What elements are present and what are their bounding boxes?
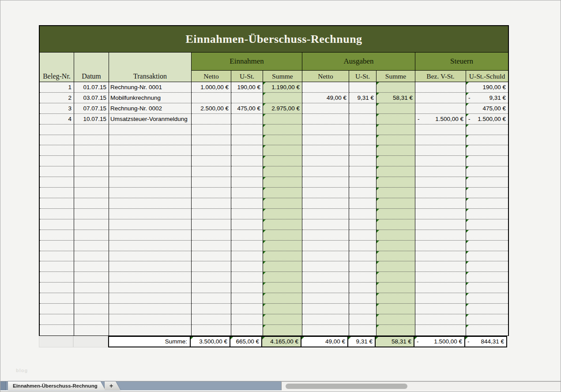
cell-datum[interactable]: 03.07.15	[74, 93, 109, 103]
cell-e_ust[interactable]	[231, 251, 263, 262]
cell-datum[interactable]	[74, 293, 109, 304]
cell-e_summe[interactable]	[263, 230, 302, 241]
summary-einnahmen-ust[interactable]: 665,00 €	[230, 336, 262, 347]
cell-e_netto[interactable]	[192, 283, 231, 293]
cell-transaktion[interactable]	[109, 261, 192, 272]
cell-ust_schuld[interactable]	[466, 304, 508, 314]
cell-e_summe[interactable]	[263, 145, 302, 156]
cell-a_summe[interactable]	[377, 241, 415, 251]
cell-bez_vst[interactable]	[415, 82, 466, 93]
cell-e_netto[interactable]	[192, 230, 231, 241]
cell-ust_schuld[interactable]	[466, 325, 508, 335]
cell-e_ust[interactable]	[231, 114, 263, 124]
cell-bez_vst[interactable]	[415, 251, 466, 262]
cell-transaktion[interactable]: Rechnung-Nr. 0001	[109, 82, 192, 93]
cell-nr[interactable]	[40, 166, 74, 177]
cell-ust_schuld[interactable]: -1.500,00 €	[466, 114, 508, 124]
cell-bez_vst[interactable]	[415, 293, 466, 304]
cell-a_summe[interactable]	[377, 124, 415, 135]
cell-bez_vst[interactable]	[415, 283, 466, 293]
cell-e_summe[interactable]	[263, 166, 302, 177]
cell-e_summe[interactable]	[263, 124, 302, 135]
cell-ust_schuld[interactable]	[466, 230, 508, 241]
cell-transaktion[interactable]	[109, 209, 192, 219]
cell-datum[interactable]	[74, 272, 109, 283]
cell-nr[interactable]	[40, 241, 74, 251]
cell-datum[interactable]	[74, 124, 109, 135]
summary-ausgaben-ust[interactable]: 9,31 €	[348, 336, 376, 347]
cell-a_netto[interactable]	[302, 103, 349, 114]
cell-datum[interactable]	[74, 156, 109, 166]
cell-e_netto[interactable]: 1.000,00 €	[192, 82, 231, 93]
cell-a_netto[interactable]	[302, 114, 349, 124]
horizontal-scrollbar[interactable]	[281, 381, 561, 390]
cell-nr[interactable]	[40, 261, 74, 272]
cell-a_summe[interactable]	[377, 156, 415, 166]
summary-label-cell[interactable]: Summe:	[108, 336, 191, 347]
summary-ust-schuld[interactable]: -844,31 €	[465, 336, 507, 347]
cell-a_netto[interactable]	[302, 251, 349, 262]
cell-a_ust[interactable]	[349, 304, 377, 314]
cell-e_ust[interactable]	[231, 145, 263, 156]
cell-nr[interactable]: 1	[40, 82, 74, 93]
cell-e_summe[interactable]	[263, 251, 302, 262]
cell-bez_vst[interactable]	[415, 135, 466, 146]
cell-transaktion[interactable]	[109, 314, 192, 325]
horizontal-scrollbar-thumb[interactable]	[286, 384, 407, 389]
cell-nr[interactable]	[40, 314, 74, 325]
cell-transaktion[interactable]	[109, 293, 192, 304]
summary-bez-vst[interactable]: -1.500,00 €	[414, 336, 465, 347]
cell-a_netto[interactable]	[302, 124, 349, 135]
cell-ust_schuld[interactable]	[466, 188, 508, 198]
cell-e_ust[interactable]	[231, 230, 263, 241]
cell-transaktion[interactable]	[109, 124, 192, 135]
cell-nr[interactable]	[40, 272, 74, 283]
cell-nr[interactable]	[40, 156, 74, 166]
cell-ust_schuld[interactable]: 190,00 €	[466, 82, 508, 93]
cell-a_ust[interactable]	[349, 241, 377, 251]
cell-transaktion[interactable]	[109, 156, 192, 166]
cell-e_netto[interactable]	[192, 261, 231, 272]
cell-e_summe[interactable]	[263, 156, 302, 166]
cell-bez_vst[interactable]	[415, 304, 466, 314]
cell-a_ust[interactable]	[349, 251, 377, 262]
cell-ust_schuld[interactable]	[466, 198, 508, 209]
cell-a_netto[interactable]	[302, 230, 349, 241]
cell-a_ust[interactable]	[349, 325, 377, 335]
summary-cell-empty-nr[interactable]	[39, 336, 73, 347]
cell-e_summe[interactable]	[263, 209, 302, 219]
cell-nr[interactable]	[40, 219, 74, 230]
cell-e_ust[interactable]	[231, 304, 263, 314]
cell-ust_schuld[interactable]	[466, 209, 508, 219]
cell-e_ust[interactable]	[231, 124, 263, 135]
cell-transaktion[interactable]	[109, 304, 192, 314]
cell-e_netto[interactable]: 2.500,00 €	[192, 103, 231, 114]
cell-nr[interactable]	[40, 283, 74, 293]
cell-a_summe[interactable]	[377, 219, 415, 230]
cell-a_netto[interactable]	[302, 177, 349, 188]
cell-a_summe[interactable]	[377, 304, 415, 314]
cell-ust_schuld[interactable]: 475,00 €	[466, 103, 508, 114]
cell-datum[interactable]	[74, 177, 109, 188]
cell-e_summe[interactable]	[263, 325, 302, 335]
summary-ausgaben-netto[interactable]: 49,00 €	[301, 336, 348, 347]
cell-bez_vst[interactable]	[415, 219, 466, 230]
cell-nr[interactable]	[40, 177, 74, 188]
cell-ust_schuld[interactable]	[466, 293, 508, 304]
cell-nr[interactable]	[40, 135, 74, 146]
cell-transaktion[interactable]	[109, 198, 192, 209]
cell-ust_schuld[interactable]	[466, 145, 508, 156]
cell-transaktion[interactable]	[109, 251, 192, 262]
cell-datum[interactable]: 07.07.15	[74, 103, 109, 114]
cell-nr[interactable]	[40, 304, 74, 314]
cell-transaktion[interactable]	[109, 188, 192, 198]
cell-nr[interactable]	[40, 325, 74, 335]
cell-nr[interactable]	[40, 251, 74, 262]
cell-e_ust[interactable]	[231, 261, 263, 272]
cell-ust_schuld[interactable]	[466, 177, 508, 188]
cell-e_summe[interactable]	[263, 272, 302, 283]
cell-a_ust[interactable]	[349, 293, 377, 304]
cell-bez_vst[interactable]	[415, 103, 466, 114]
cell-ust_schuld[interactable]: -9,31 €	[466, 93, 508, 103]
cell-datum[interactable]	[74, 188, 109, 198]
